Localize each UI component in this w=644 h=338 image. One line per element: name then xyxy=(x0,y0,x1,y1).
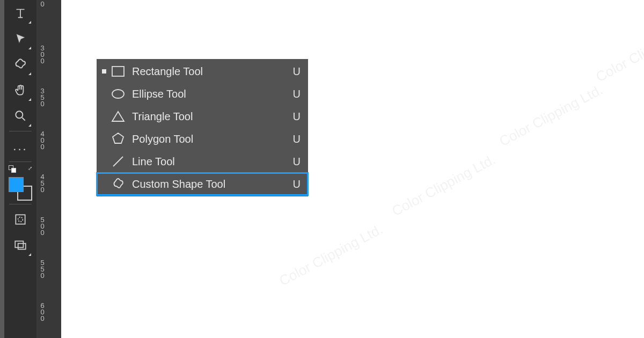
flyout-polygon-tool[interactable]: Polygon Tool U xyxy=(97,128,308,150)
polygon-icon xyxy=(109,130,127,148)
flyout-item-label: Custom Shape Tool xyxy=(132,178,293,190)
screen-mode[interactable] xyxy=(8,232,33,258)
toolbar-divider-3 xyxy=(9,204,32,204)
edit-toolbar[interactable]: ... xyxy=(8,134,33,159)
tools-panel: ... ⤢ xyxy=(4,0,36,338)
zoom-tool[interactable] xyxy=(8,103,33,129)
flyout-custom-shape-tool[interactable]: Custom Shape Tool U xyxy=(97,173,308,195)
flyout-line-tool[interactable]: Line Tool U xyxy=(97,150,308,173)
window-border xyxy=(0,0,4,338)
flyout-item-label: Polygon Tool xyxy=(132,133,293,145)
flyout-triangle-tool[interactable]: Triangle Tool U xyxy=(97,105,308,128)
rectangle-icon xyxy=(109,63,127,80)
hand-tool[interactable] xyxy=(8,77,33,103)
flyout-item-label: Triangle Tool xyxy=(132,111,293,123)
svg-point-0 xyxy=(16,111,23,118)
custom-shape-icon xyxy=(109,175,127,193)
type-tool[interactable] xyxy=(8,0,33,26)
ellipse-icon xyxy=(109,85,127,102)
svg-rect-5 xyxy=(112,67,124,76)
flyout-item-label: Ellipse Tool xyxy=(132,88,293,100)
default-colors[interactable] xyxy=(9,165,16,173)
svg-point-2 xyxy=(18,217,23,222)
svg-rect-3 xyxy=(15,241,23,247)
flyout-item-shortcut: U xyxy=(293,156,301,168)
flyout-item-shortcut: U xyxy=(293,133,301,145)
ellipsis-icon: ... xyxy=(13,139,27,153)
shape-tool-flyout: Rectangle Tool U Ellipse Tool U Triangle… xyxy=(97,59,308,196)
custom-shape-tool-button[interactable] xyxy=(8,52,33,77)
svg-rect-4 xyxy=(18,244,26,249)
flyout-item-label: Line Tool xyxy=(132,156,293,168)
flyout-rectangle-tool[interactable]: Rectangle Tool U xyxy=(97,60,308,83)
flyout-item-shortcut: U xyxy=(293,65,301,78)
active-indicator xyxy=(102,69,106,74)
line-icon xyxy=(109,153,127,170)
vertical-ruler: 50 300 350 400 450 500 550 600 xyxy=(36,0,61,338)
color-swatches xyxy=(8,176,33,202)
path-selection-tool[interactable] xyxy=(8,26,33,52)
triangle-icon xyxy=(109,108,127,125)
quick-mask-mode[interactable] xyxy=(8,207,33,232)
toolbar-divider-2 xyxy=(9,161,32,162)
flyout-item-shortcut: U xyxy=(293,178,301,190)
foreground-color[interactable] xyxy=(9,177,24,192)
flyout-item-shortcut: U xyxy=(293,111,301,123)
svg-point-6 xyxy=(112,90,124,98)
flyout-ellipse-tool[interactable]: Ellipse Tool U xyxy=(97,83,308,105)
flyout-item-shortcut: U xyxy=(293,88,301,100)
toolbar-divider xyxy=(9,131,32,131)
flyout-item-label: Rectangle Tool xyxy=(132,65,293,78)
svg-rect-1 xyxy=(16,215,25,224)
swap-colors-icon[interactable]: ⤢ xyxy=(28,165,32,171)
